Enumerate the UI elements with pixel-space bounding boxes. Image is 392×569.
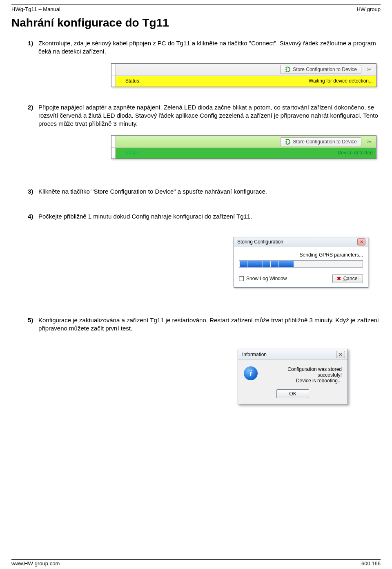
step-5-text: Konfigurace je zaktualizována a zařízení… [38,316,381,333]
dialog-titlebar: Information ✕ [238,349,347,360]
refresh-icon [285,139,290,145]
step-3-text: Klikněte na tlačítko "Store Configuratio… [38,187,381,196]
page-header: HWg-Tg11 – Manual HW group [11,6,381,12]
information-dialog: Information ✕ Configuration was stored s… [238,349,348,404]
scissor-icon[interactable]: ✂ [367,138,372,145]
step-4-num: 4) [28,212,38,221]
scissor-icon[interactable]: ✂ [367,66,372,73]
step-5: 5) Konfigurace je zaktualizována a zaříz… [28,316,381,333]
progress-bar [239,260,363,268]
show-log-label: Show Log Window [246,276,287,281]
step-1-num: 1) [28,39,38,56]
step-2: 2) Připojte napájecí adaptér a zapněte n… [28,103,381,128]
step-2-num: 2) [28,103,38,128]
screenshot-status-yellow: Store Configuration to Device ✂ Status: … [111,63,376,87]
toolbar: Store Configuration to Device ✂ [111,64,376,76]
step-4-text: Počkejte přibližně 1 minutu dokud Config… [38,212,381,221]
store-config-label: Store Configuration to Device [293,139,357,145]
ok-button[interactable]: OK [276,389,309,398]
status-value: Device detected [144,148,376,158]
screenshot-status-green: Store Configuration to Device ✂ Status: … [111,135,376,159]
dialog-title: Storing Configuration [237,239,283,245]
page-footer: www.HW-group.com 600 166 [11,560,381,567]
footer-right: 600 166 [361,560,381,567]
show-log-checkbox[interactable]: Show Log Window [239,276,287,281]
step-3: 3) Klikněte na tlačítko "Store Configura… [28,187,381,196]
step-5-num: 5) [28,316,38,333]
dialog-title: Information [242,352,267,357]
store-config-button[interactable]: Store Configuration to Device [280,65,361,74]
storing-config-dialog: Storing Configuration ✕ Sending GPRS par… [234,237,368,288]
step-1: 1) Zkontrolujte, zda je sériový kabel př… [28,39,381,56]
refresh-icon [285,67,290,72]
checkbox-icon [239,276,244,281]
status-label: Status: [111,148,144,158]
info-line-1: Configuration was stored succesfuly! [263,366,342,378]
dialog-message: Sending GPRS parameters... [239,252,363,258]
close-icon[interactable]: ✕ [357,238,365,245]
status-label: Status: [111,76,144,87]
status-value: Waiting for device detection... [144,76,376,87]
toolbar: Store Configuration to Device ✂ [111,136,376,148]
header-left: HWg-Tg11 – Manual [11,6,60,12]
page-title: Nahrání konfigurace do Tg11 [11,16,381,29]
cancel-button[interactable]: ✖ CCancelancel [332,274,363,283]
header-right: HW group [356,6,381,12]
cancel-label: CCancelancel [343,276,359,281]
close-icon[interactable]: ✕ [336,351,345,358]
info-line-2: Device is rebooting... [263,378,342,384]
dialog-titlebar: Storing Configuration ✕ [234,237,368,247]
status-row: Status: Device detected [111,148,376,158]
store-config-button[interactable]: Store Configuration to Device [280,137,361,146]
footer-left: www.HW-group.com [11,560,60,567]
step-4: 4) Počkejte přibližně 1 minutu dokud Con… [28,212,381,221]
step-3-num: 3) [28,187,38,196]
info-icon [244,366,258,380]
step-1-text: Zkontrolujte, zda je sériový kabel připo… [38,39,381,56]
cancel-x-icon: ✖ [337,276,341,281]
dialog-message: Configuration was stored succesfuly! Dev… [263,366,342,384]
store-config-label: Store Configuration to Device [293,67,357,72]
step-2-text: Připojte napájecí adaptér a zapněte napá… [38,103,381,128]
status-row: Status: Waiting for device detection... [111,76,376,87]
